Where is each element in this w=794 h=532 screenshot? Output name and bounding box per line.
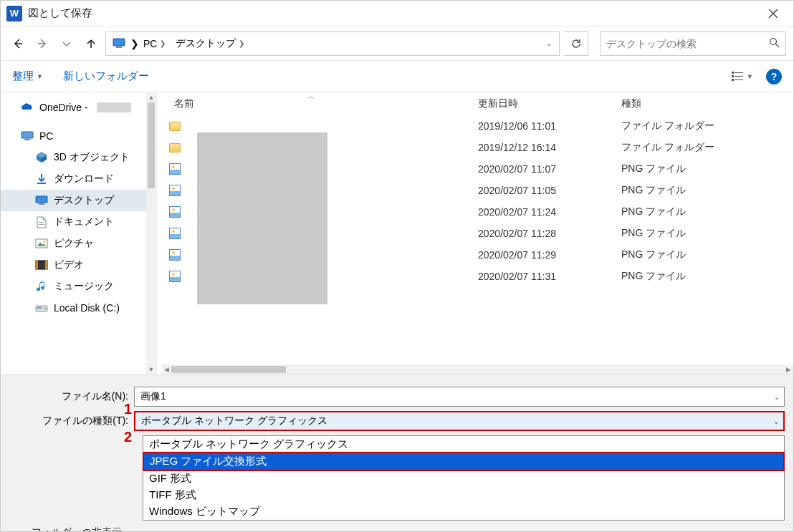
file-date-cell: 2020/02/07 11:29 <box>478 249 621 261</box>
close-button[interactable] <box>759 4 788 24</box>
file-list-pane: ︿ 名前 更新日時 種類 2019/12/06 11:01ファイル フォルダー2… <box>157 92 793 374</box>
breadcrumb-pc[interactable]: PC❯ <box>140 32 171 55</box>
download-icon <box>35 173 48 185</box>
sidebar-scrollbar[interactable]: ▲ ▼ <box>146 92 156 374</box>
toolbar: 整理 ▼ 新しいフォルダー ▼ ? <box>1 61 793 92</box>
image-file-icon <box>169 163 181 175</box>
breadcrumb-address[interactable]: ❯ PC❯ デスクトップ❯ ⌄ <box>105 32 560 56</box>
file-date-cell: 2019/12/12 16:14 <box>478 142 621 153</box>
column-date[interactable]: 更新日時 <box>478 97 621 110</box>
column-headers: ︿ 名前 更新日時 種類 <box>157 92 793 115</box>
hide-folders-toggle[interactable]: ︿ フォルダーの非表示 <box>19 526 785 532</box>
search-input[interactable] <box>606 38 769 49</box>
sidebar-item-label: ピクチャ <box>54 237 94 250</box>
svg-rect-10 <box>732 75 734 77</box>
scroll-down-icon[interactable]: ▼ <box>146 364 156 374</box>
view-mode-button[interactable]: ▼ <box>731 70 753 83</box>
image-file-icon <box>169 185 181 196</box>
svg-rect-5 <box>116 47 122 48</box>
column-type[interactable]: 種類 <box>621 97 750 110</box>
refresh-button[interactable] <box>564 32 588 56</box>
filename-value: 画像1 <box>140 390 166 403</box>
pc-icon <box>21 130 34 142</box>
scrollbar-thumb[interactable] <box>171 366 286 373</box>
filetype-option[interactable]: Windows ビットマップ <box>143 503 784 520</box>
sidebar-item-onedrive[interactable]: OneDrive - <box>1 97 156 118</box>
annotation-2: 2 <box>124 429 132 445</box>
scrollbar-thumb[interactable] <box>148 102 155 188</box>
svg-rect-23 <box>39 224 44 225</box>
svg-rect-4 <box>113 39 125 46</box>
disk-icon <box>35 301 48 314</box>
file-date-cell: 2020/02/07 11:07 <box>478 163 621 175</box>
search-box[interactable] <box>600 32 786 56</box>
filetype-value: ポータブル ネットワーク グラフィックス <box>141 415 327 427</box>
filetype-dropdown[interactable]: ポータブル ネットワーク グラフィックスJPEG ファイル交換形式GIF 形式T… <box>143 435 785 521</box>
sidebar-item-label: ドキュメント <box>54 216 114 228</box>
desktop-icon <box>35 194 48 207</box>
arrow-up-icon <box>85 38 97 49</box>
save-options-panel: ファイル名(N): 画像1 ⌄ 1 2 ファイルの種類(T): ポータブル ネッ… <box>1 374 793 532</box>
sidebar-item[interactable]: デスクトップ <box>1 190 156 211</box>
file-pane-h-scrollbar[interactable]: ◀ ▶ <box>161 364 793 374</box>
3d-icon <box>35 151 48 164</box>
sidebar-item-label: ダウンロード <box>54 173 114 185</box>
image-file-icon <box>169 228 181 239</box>
sidebar-item[interactable]: ビデオ <box>1 254 156 276</box>
organize-menu[interactable]: 整理 ▼ <box>12 69 43 83</box>
column-name[interactable]: 名前 <box>170 97 478 110</box>
scroll-up-icon[interactable]: ▲ <box>146 92 156 102</box>
filename-label: ファイル名(N): <box>9 390 134 403</box>
svg-rect-24 <box>36 239 47 248</box>
scroll-right-icon[interactable]: ▶ <box>783 364 793 374</box>
svg-rect-29 <box>45 261 47 269</box>
refresh-icon <box>570 38 582 49</box>
chevron-down-icon <box>61 38 72 49</box>
sidebar-item[interactable]: 3D オブジェクト <box>1 147 156 168</box>
chevron-down-icon[interactable]: ⌄ <box>773 417 779 425</box>
address-dropdown[interactable]: ⌄ <box>546 39 552 47</box>
svg-point-6 <box>770 38 777 44</box>
close-icon <box>768 9 778 19</box>
filetype-option[interactable]: TIFF 形式 <box>143 487 784 503</box>
svg-rect-14 <box>21 132 33 138</box>
chevron-right-icon: ❯ <box>239 39 244 47</box>
search-icon <box>769 37 780 50</box>
sidebar-item[interactable]: ミュージック <box>1 276 156 297</box>
filetype-option[interactable]: ポータブル ネットワーク グラフィックス <box>143 436 784 453</box>
svg-rect-12 <box>732 79 734 81</box>
sidebar-item-label: OneDrive - <box>39 102 88 113</box>
nav-forward-button[interactable] <box>32 34 52 54</box>
folder-icon <box>169 122 181 131</box>
scroll-left-icon[interactable]: ◀ <box>161 364 171 374</box>
sidebar-item[interactable]: ダウンロード <box>1 168 156 190</box>
new-folder-button[interactable]: 新しいフォルダー <box>63 69 149 83</box>
annotation-1: 1 <box>124 401 132 417</box>
nav-recent-button[interactable] <box>57 34 77 54</box>
file-type-cell: PNG ファイル <box>621 270 750 283</box>
sidebar-item[interactable]: ドキュメント <box>1 211 156 233</box>
svg-rect-22 <box>39 222 44 223</box>
redacted-text <box>97 102 131 112</box>
document-icon <box>35 216 48 228</box>
sidebar-item[interactable]: ピクチャ <box>1 233 156 254</box>
svg-rect-15 <box>24 139 30 140</box>
nav-up-button[interactable] <box>81 34 101 54</box>
file-type-cell: PNG ファイル <box>621 163 750 175</box>
word-app-icon: W <box>6 6 22 21</box>
sidebar-item[interactable]: Local Disk (C:) <box>1 297 156 319</box>
sidebar-item-label: PC <box>39 130 53 142</box>
sidebar-item-label: デスクトップ <box>54 194 114 207</box>
breadcrumb-desktop[interactable]: デスクトップ❯ <box>173 32 250 55</box>
sidebar-item-pc[interactable]: PC <box>1 125 156 147</box>
svg-rect-20 <box>36 196 47 203</box>
help-button[interactable]: ? <box>766 69 782 84</box>
filetype-option[interactable]: GIF 形式 <box>143 470 784 487</box>
chevron-down-icon[interactable]: ⌄ <box>774 393 780 401</box>
video-icon <box>35 258 48 271</box>
filetype-option[interactable]: JPEG ファイル交換形式 <box>143 452 785 471</box>
nav-back-button[interactable] <box>8 34 28 54</box>
svg-rect-28 <box>36 261 38 269</box>
filename-field[interactable]: 画像1 ⌄ <box>134 387 785 407</box>
filetype-field[interactable]: ポータブル ネットワーク グラフィックス ⌄ <box>134 411 785 431</box>
